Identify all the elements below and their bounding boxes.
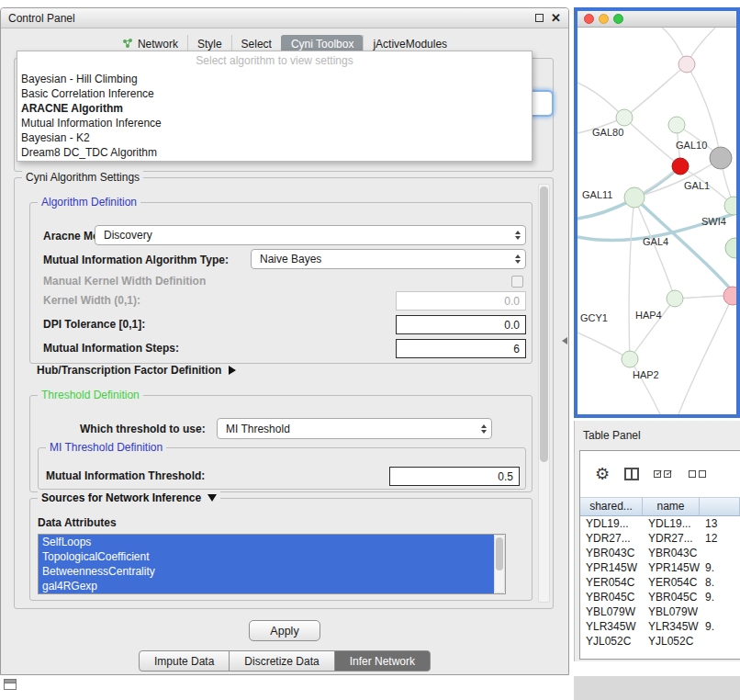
- table-row[interactable]: YBR043CYBR043C: [580, 546, 740, 560]
- mi-steps-label: Mutual Information Steps:: [43, 341, 179, 356]
- expand-arrow-icon[interactable]: [229, 366, 236, 375]
- network-node[interactable]: [622, 351, 638, 367]
- mi-algorithm-type-select[interactable]: Naive Bayes: [251, 249, 526, 269]
- attribute-item[interactable]: BetweennessCentrality: [39, 564, 494, 579]
- control-panel-titlebar[interactable]: Control Panel ✕: [1, 8, 568, 28]
- table-row[interactable]: YDR27...YDR27...12: [580, 531, 740, 546]
- window-title: Control Panel: [8, 12, 75, 25]
- spinner-arrows-icon: [515, 231, 521, 240]
- table-row[interactable]: YDL19...YDL19...13: [580, 516, 740, 531]
- network-node[interactable]: [723, 287, 736, 305]
- column-header[interactable]: name: [643, 498, 700, 515]
- collapse-arrow-icon[interactable]: [207, 494, 217, 502]
- algorithm-options-list: Bayesian - Hill ClimbingBasic Correlatio…: [17, 70, 532, 160]
- float-window-icon[interactable]: [535, 14, 544, 22]
- network-node[interactable]: [672, 158, 689, 175]
- mi-threshold-field[interactable]: 0.5: [389, 467, 520, 486]
- data-attributes-list[interactable]: SelfLoopsTopologicalCoefficientBetweenne…: [38, 534, 506, 594]
- table-cell: YBL079W: [643, 604, 700, 619]
- algorithm-dropdown-popup: Select algorithm to view settings Bayesi…: [17, 51, 533, 162]
- table-row[interactable]: YER054CYER054C8.: [580, 575, 740, 590]
- mi-type-label: Mutual Information Algorithm Type:: [43, 253, 229, 267]
- table-row[interactable]: YJL052CYJL052C: [580, 634, 740, 649]
- which-threshold-select[interactable]: MI Threshold: [217, 418, 492, 439]
- mi-steps-field[interactable]: 6: [396, 339, 526, 358]
- table-cell: 8.: [700, 575, 740, 590]
- network-node[interactable]: [616, 109, 633, 126]
- settings-gear-icon[interactable]: ⚙: [595, 466, 610, 482]
- network-window-titlebar[interactable]: [577, 11, 736, 28]
- minimized-panel-icon[interactable]: [4, 679, 17, 690]
- algorithm-option[interactable]: Mutual Information Inference: [17, 116, 532, 130]
- deselect-all-checkboxes-icon[interactable]: [689, 470, 709, 478]
- tab-discretize-data[interactable]: Discretize Data: [229, 650, 334, 672]
- table-cell: 9.: [700, 619, 740, 634]
- table-header-row: shared...name: [580, 497, 740, 516]
- settings-scrollbar[interactable]: [538, 184, 550, 603]
- attribute-item[interactable]: SelfLoops: [39, 535, 494, 549]
- table-cell: YER054C: [580, 575, 643, 590]
- network-canvas[interactable]: GAL80GAL10GAL11GAL1SWI4GAL4GCY1HAP4HAP2: [577, 28, 736, 398]
- algorithm-option[interactable]: ARACNE Algorithm: [17, 101, 532, 116]
- popup-placeholder: Select algorithm to view settings: [17, 51, 532, 70]
- table-cell: YDR27...: [580, 531, 643, 546]
- table-row[interactable]: YLR345WYLR345W9.: [580, 619, 740, 634]
- network-node[interactable]: [668, 117, 685, 133]
- group-title: Cyni Algorithm Settings: [22, 171, 143, 184]
- which-threshold-label: Which threshold to use:: [80, 422, 206, 436]
- column-header[interactable]: [700, 498, 740, 515]
- table-cell: YBR043C: [643, 546, 700, 560]
- network-node[interactable]: [725, 238, 736, 258]
- columns-icon[interactable]: [624, 468, 639, 480]
- close-traffic-light-icon[interactable]: [584, 14, 594, 24]
- table-row[interactable]: YBR045CYBR045C9.: [580, 590, 740, 604]
- zoom-traffic-light-icon[interactable]: [613, 14, 623, 24]
- table-cell: YBL079W: [580, 604, 643, 619]
- algorithm-option[interactable]: Basic Correlation Inference: [17, 86, 532, 101]
- network-node[interactable]: [667, 290, 683, 307]
- select-all-checkboxes-icon[interactable]: [654, 470, 674, 478]
- manual-kernel-checkbox[interactable]: [511, 276, 523, 288]
- table-cell: 12: [700, 531, 740, 546]
- network-node[interactable]: [624, 187, 645, 208]
- spinner-arrows-icon: [515, 254, 521, 264]
- algorithm-option[interactable]: Dream8 DC_TDC Algorithm: [17, 145, 532, 160]
- minimize-traffic-light-icon[interactable]: [599, 14, 609, 24]
- dpi-tolerance-field[interactable]: 0.0: [396, 315, 526, 334]
- close-icon[interactable]: ✕: [551, 12, 561, 24]
- table-row[interactable]: YBL079WYBL079W: [580, 604, 740, 619]
- tab-impute-data[interactable]: Impute Data: [139, 650, 230, 672]
- network-node[interactable]: [678, 56, 695, 73]
- scrollbar-thumb[interactable]: [540, 186, 548, 462]
- table-row[interactable]: YPR145WYPR145W9.: [580, 560, 740, 575]
- manual-kernel-label: Manual Kernel Width Definition: [43, 274, 206, 288]
- dpi-tolerance-label: DPI Tolerance [0,1]:: [43, 317, 145, 332]
- table-cell: YBR043C: [580, 546, 643, 560]
- kernel-width-label: Kernel Width (0,1):: [43, 293, 140, 308]
- kernel-width-field[interactable]: 0.0: [396, 291, 526, 310]
- table-body: YDL19...YDL19...13YDR27...YDR27...12YBR0…: [580, 516, 740, 649]
- hub-definition-section[interactable]: Hub/Transcription Factor Definition: [37, 364, 236, 377]
- network-node[interactable]: [710, 147, 732, 169]
- node-label: GAL11: [582, 189, 612, 200]
- algorithm-option[interactable]: Bayesian - K2: [17, 130, 532, 145]
- table-cell: 9.: [700, 590, 740, 604]
- aracne-mode-select[interactable]: Discovery: [95, 225, 526, 245]
- algorithm-definition-group: Algorithm Definition Aracne Mode: Discov…: [29, 202, 533, 364]
- attribute-list-scrollbar[interactable]: [494, 535, 505, 593]
- apply-button[interactable]: Apply: [249, 620, 320, 641]
- table-cell: YLR345W: [643, 619, 700, 634]
- splitter-collapse-arrow[interactable]: [562, 337, 567, 344]
- table-cell: YBR045C: [643, 590, 700, 604]
- attribute-item[interactable]: gal4RGexp: [39, 579, 494, 593]
- node-label: HAP2: [633, 369, 659, 380]
- attribute-item[interactable]: TopologicalCoefficient: [39, 549, 494, 564]
- combo-value: MI Threshold: [226, 423, 290, 435]
- table-cell: YDL19...: [643, 516, 700, 531]
- algorithm-option[interactable]: Bayesian - Hill Climbing: [17, 72, 532, 86]
- sources-title[interactable]: Sources for Network Inference: [38, 491, 220, 504]
- column-header[interactable]: shared...: [580, 498, 643, 515]
- tab-infer-network[interactable]: Infer Network: [334, 650, 431, 672]
- table-cell: YBR045C: [580, 590, 643, 604]
- node-label: GAL80: [592, 127, 623, 138]
